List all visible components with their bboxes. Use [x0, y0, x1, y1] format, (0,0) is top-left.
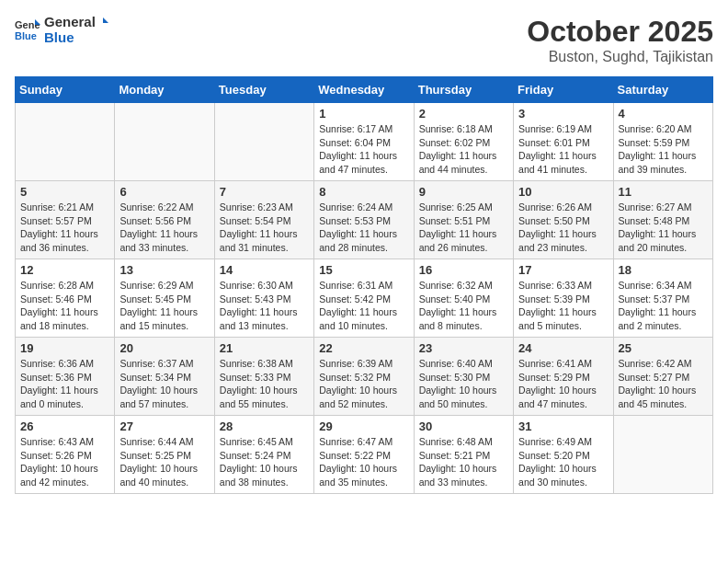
calendar-cell: 8Sunrise: 6:24 AM Sunset: 5:53 PM Daylig… — [314, 181, 414, 259]
day-number: 30 — [419, 419, 508, 433]
calendar-cell: 3Sunrise: 6:19 AM Sunset: 6:01 PM Daylig… — [514, 103, 613, 181]
calendar-header-friday: Friday — [514, 77, 613, 103]
calendar-cell: 20Sunrise: 6:37 AM Sunset: 5:34 PM Dayli… — [115, 338, 214, 416]
calendar-cell: 10Sunrise: 6:26 AM Sunset: 5:50 PM Dayli… — [514, 181, 613, 259]
day-number: 23 — [419, 341, 508, 355]
calendar-cell: 5Sunrise: 6:21 AM Sunset: 5:57 PM Daylig… — [16, 181, 115, 259]
calendar-week-row-2: 12Sunrise: 6:28 AM Sunset: 5:46 PM Dayli… — [16, 259, 713, 338]
calendar-cell: 16Sunrise: 6:32 AM Sunset: 5:40 PM Dayli… — [414, 259, 513, 338]
calendar-cell: 9Sunrise: 6:25 AM Sunset: 5:51 PM Daylig… — [414, 181, 513, 259]
day-info: Sunrise: 6:19 AM Sunset: 6:01 PM Dayligh… — [518, 122, 608, 177]
calendar-cell: 22Sunrise: 6:39 AM Sunset: 5:32 PM Dayli… — [314, 338, 414, 416]
day-number: 21 — [220, 341, 309, 355]
logo-general: General — [44, 14, 96, 29]
day-number: 13 — [119, 263, 209, 277]
calendar-cell: 30Sunrise: 6:48 AM Sunset: 5:21 PM Dayli… — [414, 416, 513, 494]
day-info: Sunrise: 6:44 AM Sunset: 5:25 PM Dayligh… — [119, 435, 209, 489]
day-number: 26 — [20, 419, 109, 433]
location-title: Buston, Sughd, Tajikistan — [527, 49, 713, 65]
day-number: 6 — [119, 185, 209, 199]
calendar-cell: 21Sunrise: 6:38 AM Sunset: 5:33 PM Dayli… — [214, 338, 313, 416]
calendar-cell: 29Sunrise: 6:47 AM Sunset: 5:22 PM Dayli… — [314, 416, 414, 494]
day-info: Sunrise: 6:43 AM Sunset: 5:26 PM Dayligh… — [20, 435, 109, 489]
day-number: 9 — [419, 185, 508, 199]
day-info: Sunrise: 6:34 AM Sunset: 5:37 PM Dayligh… — [619, 279, 708, 333]
day-number: 7 — [220, 185, 309, 199]
day-info: Sunrise: 6:39 AM Sunset: 5:32 PM Dayligh… — [319, 357, 408, 411]
day-number: 19 — [20, 341, 109, 355]
day-info: Sunrise: 6:20 AM Sunset: 5:59 PM Dayligh… — [619, 122, 708, 177]
svg-marker-3 — [103, 17, 108, 23]
day-number: 11 — [619, 185, 708, 199]
day-number: 15 — [319, 263, 408, 277]
calendar-cell: 17Sunrise: 6:33 AM Sunset: 5:39 PM Dayli… — [514, 259, 613, 338]
day-info: Sunrise: 6:49 AM Sunset: 5:20 PM Dayligh… — [518, 435, 608, 489]
calendar-header-tuesday: Tuesday — [214, 77, 313, 103]
day-number: 25 — [619, 341, 708, 355]
calendar-cell: 1Sunrise: 6:17 AM Sunset: 6:04 PM Daylig… — [314, 103, 414, 181]
calendar-week-row-4: 26Sunrise: 6:43 AM Sunset: 5:26 PM Dayli… — [16, 416, 713, 494]
calendar-cell: 18Sunrise: 6:34 AM Sunset: 5:37 PM Dayli… — [613, 259, 712, 338]
calendar-header-thursday: Thursday — [414, 77, 513, 103]
day-info: Sunrise: 6:40 AM Sunset: 5:30 PM Dayligh… — [419, 357, 508, 411]
day-info: Sunrise: 6:30 AM Sunset: 5:43 PM Dayligh… — [220, 279, 309, 333]
calendar-header-saturday: Saturday — [613, 77, 712, 103]
day-info: Sunrise: 6:25 AM Sunset: 5:51 PM Dayligh… — [419, 201, 508, 255]
day-info: Sunrise: 6:28 AM Sunset: 5:46 PM Dayligh… — [20, 279, 109, 333]
day-info: Sunrise: 6:32 AM Sunset: 5:40 PM Dayligh… — [419, 279, 508, 333]
calendar-cell — [613, 416, 712, 494]
calendar-cell: 12Sunrise: 6:28 AM Sunset: 5:46 PM Dayli… — [16, 259, 115, 338]
calendar-cell: 6Sunrise: 6:22 AM Sunset: 5:56 PM Daylig… — [115, 181, 214, 259]
calendar-header-monday: Monday — [115, 77, 214, 103]
day-info: Sunrise: 6:37 AM Sunset: 5:34 PM Dayligh… — [119, 357, 209, 411]
calendar-cell: 31Sunrise: 6:49 AM Sunset: 5:20 PM Dayli… — [514, 416, 613, 494]
day-info: Sunrise: 6:38 AM Sunset: 5:33 PM Dayligh… — [220, 357, 309, 411]
day-info: Sunrise: 6:23 AM Sunset: 5:54 PM Dayligh… — [220, 201, 309, 255]
calendar-week-row-3: 19Sunrise: 6:36 AM Sunset: 5:36 PM Dayli… — [16, 338, 713, 416]
day-info: Sunrise: 6:48 AM Sunset: 5:21 PM Dayligh… — [419, 435, 508, 489]
day-number: 31 — [518, 419, 608, 433]
calendar-cell: 24Sunrise: 6:41 AM Sunset: 5:29 PM Dayli… — [514, 338, 613, 416]
calendar-cell: 2Sunrise: 6:18 AM Sunset: 6:02 PM Daylig… — [414, 103, 513, 181]
calendar-week-row-0: 1Sunrise: 6:17 AM Sunset: 6:04 PM Daylig… — [16, 103, 713, 181]
day-number: 18 — [619, 263, 708, 277]
day-number: 24 — [518, 341, 608, 355]
calendar-cell: 11Sunrise: 6:27 AM Sunset: 5:48 PM Dayli… — [613, 181, 712, 259]
day-number: 12 — [20, 263, 109, 277]
day-info: Sunrise: 6:27 AM Sunset: 5:48 PM Dayligh… — [619, 201, 708, 255]
day-info: Sunrise: 6:42 AM Sunset: 5:27 PM Dayligh… — [619, 357, 708, 411]
calendar-cell — [115, 103, 214, 181]
month-title: October 2025 — [527, 15, 713, 49]
calendar-cell: 7Sunrise: 6:23 AM Sunset: 5:54 PM Daylig… — [214, 181, 313, 259]
day-number: 2 — [419, 107, 508, 121]
calendar-header-sunday: Sunday — [16, 77, 115, 103]
calendar-cell: 27Sunrise: 6:44 AM Sunset: 5:25 PM Dayli… — [115, 416, 214, 494]
logo: General Blue General Blue — [15, 15, 109, 45]
day-number: 8 — [319, 185, 408, 199]
day-info: Sunrise: 6:45 AM Sunset: 5:24 PM Dayligh… — [220, 435, 309, 489]
day-number: 17 — [518, 263, 608, 277]
calendar-cell: 14Sunrise: 6:30 AM Sunset: 5:43 PM Dayli… — [214, 259, 313, 338]
day-number: 5 — [20, 185, 109, 199]
day-info: Sunrise: 6:22 AM Sunset: 5:56 PM Dayligh… — [119, 201, 209, 255]
calendar-cell — [16, 103, 115, 181]
day-number: 10 — [518, 185, 608, 199]
day-info: Sunrise: 6:29 AM Sunset: 5:45 PM Dayligh… — [119, 279, 209, 333]
day-info: Sunrise: 6:33 AM Sunset: 5:39 PM Dayligh… — [518, 279, 608, 333]
day-info: Sunrise: 6:24 AM Sunset: 5:53 PM Dayligh… — [319, 201, 408, 255]
svg-text:Blue: Blue — [15, 30, 37, 41]
day-number: 4 — [619, 107, 708, 121]
title-block: October 2025 Buston, Sughd, Tajikistan — [527, 15, 713, 65]
day-number: 16 — [419, 263, 508, 277]
day-info: Sunrise: 6:31 AM Sunset: 5:42 PM Dayligh… — [319, 279, 408, 333]
calendar-cell: 13Sunrise: 6:29 AM Sunset: 5:45 PM Dayli… — [115, 259, 214, 338]
day-info: Sunrise: 6:18 AM Sunset: 6:02 PM Dayligh… — [419, 122, 508, 177]
calendar-cell: 15Sunrise: 6:31 AM Sunset: 5:42 PM Dayli… — [314, 259, 414, 338]
day-info: Sunrise: 6:47 AM Sunset: 5:22 PM Dayligh… — [319, 435, 408, 489]
calendar-cell: 28Sunrise: 6:45 AM Sunset: 5:24 PM Dayli… — [214, 416, 313, 494]
day-info: Sunrise: 6:21 AM Sunset: 5:57 PM Dayligh… — [20, 201, 109, 255]
day-number: 27 — [119, 419, 209, 433]
calendar-cell: 26Sunrise: 6:43 AM Sunset: 5:26 PM Dayli… — [16, 416, 115, 494]
calendar-cell — [214, 103, 313, 181]
day-number: 28 — [220, 419, 309, 433]
